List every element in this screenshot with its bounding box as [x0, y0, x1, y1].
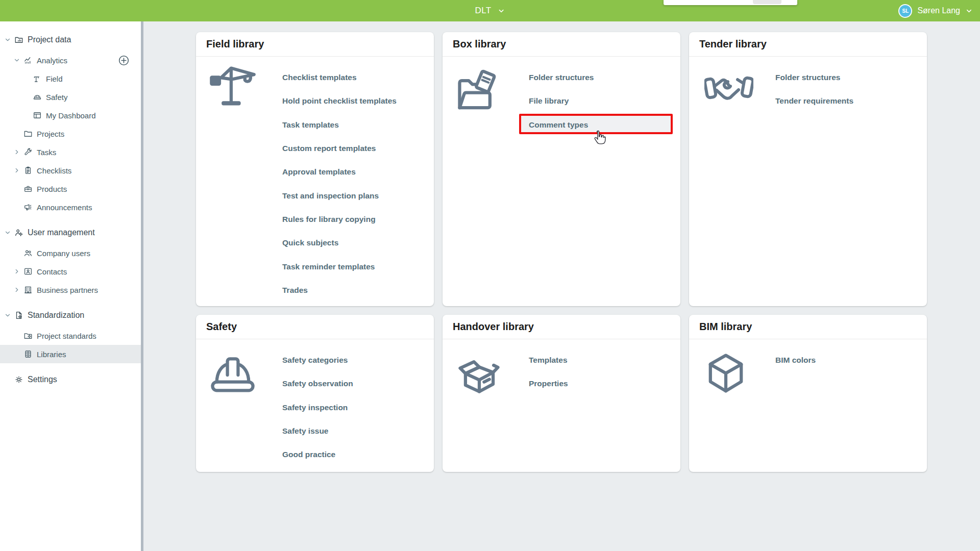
- crane-icon: [33, 74, 42, 83]
- user-menu[interactable]: SL Søren Lang: [898, 0, 973, 21]
- clipped-popup-button: [753, 0, 781, 4]
- handshake-icon: [700, 64, 757, 113]
- document-gear-icon: [14, 311, 23, 320]
- sidebar-item-label: My Dashboard: [46, 111, 96, 120]
- sidebar-item-products[interactable]: Products: [0, 180, 141, 198]
- sidebar-item-tasks[interactable]: Tasks: [0, 143, 141, 161]
- sidebar-item-checklists[interactable]: Checklists: [0, 161, 141, 180]
- link-templates[interactable]: Templates: [529, 348, 680, 372]
- card-title: Handover library: [443, 315, 680, 339]
- hardhat-icon: [33, 92, 42, 102]
- link-task-templates[interactable]: Task templates: [282, 113, 434, 137]
- link-test-and-inspection-plans[interactable]: Test and inspection plans: [282, 184, 434, 207]
- analytics-icon: [23, 56, 33, 65]
- link-safety-issue[interactable]: Safety issue: [282, 419, 434, 443]
- sidebar-item-settings[interactable]: Settings: [0, 368, 141, 391]
- sidebar-item-label: Checklists: [37, 166, 71, 175]
- user-name: Søren Lang: [917, 6, 960, 15]
- sidebar-item-projects[interactable]: Projects: [0, 124, 141, 143]
- sidebar-item-label: Project standards: [37, 332, 96, 340]
- sidebar-item-label: Company users: [37, 249, 90, 258]
- sidebar-item-label: Analytics: [37, 56, 67, 65]
- link-rules-for-library-copying[interactable]: Rules for library copying: [282, 208, 434, 231]
- chevron-right-icon: [13, 167, 23, 174]
- link-safety-inspection[interactable]: Safety inspection: [282, 396, 434, 419]
- card-title: Tender library: [689, 32, 927, 57]
- sidebar-item-safety[interactable]: Safety: [0, 88, 141, 106]
- link-folder-structures[interactable]: Folder structures: [529, 66, 680, 89]
- card-title: BIM library: [689, 315, 927, 339]
- add-analytics-button[interactable]: [117, 54, 130, 66]
- hardhat-icon: [207, 348, 258, 399]
- link-good-practice[interactable]: Good practice: [282, 443, 434, 466]
- link-file-library[interactable]: File library: [529, 89, 680, 113]
- chevron-down-icon: [497, 7, 505, 15]
- card-bim-library: BIM library BIM colors: [689, 315, 927, 472]
- dashboard-icon: [33, 111, 42, 120]
- link-tender-requirements[interactable]: Tender requirements: [775, 89, 927, 113]
- sidebar-item-company-users[interactable]: Company users: [0, 244, 141, 262]
- sidebar-item-label: Announcements: [37, 203, 92, 212]
- sidebar-item-project-standards[interactable]: Project standards: [0, 327, 141, 345]
- chevron-right-icon: [13, 268, 23, 275]
- sidebar-item-label: Project data: [28, 35, 71, 44]
- user-gear-icon: [14, 228, 23, 237]
- main-content: Field library Checklist templates Hold p…: [143, 21, 980, 551]
- link-trades[interactable]: Trades: [282, 279, 434, 302]
- link-approval-templates[interactable]: Approval templates: [282, 160, 434, 184]
- clipboard-icon: [23, 166, 33, 175]
- project-selector[interactable]: DLT: [475, 0, 505, 21]
- sidebar-item-label: Contacts: [37, 267, 67, 276]
- gear-icon: [14, 375, 23, 384]
- sidebar-item-project-data[interactable]: Project data: [0, 29, 141, 51]
- link-task-reminder-templates[interactable]: Task reminder templates: [282, 255, 434, 278]
- card-title: Box library: [443, 32, 680, 57]
- mouse-cursor-pointer: [592, 129, 607, 146]
- sidebar-item-announcements[interactable]: Announcements: [0, 198, 141, 216]
- contact-card-icon: [23, 267, 33, 276]
- folder-chart-icon: [14, 35, 23, 44]
- sidebar-item-label: Libraries: [37, 350, 66, 359]
- chevron-down-icon: [4, 312, 14, 319]
- sidebar-item-business-partners[interactable]: Business partners: [0, 281, 141, 299]
- card-safety: Safety Safety categories Safety observat…: [196, 315, 434, 472]
- top-bar: DLT SL Søren Lang: [0, 0, 980, 21]
- sidebar-item-analytics[interactable]: Analytics: [0, 51, 141, 69]
- toolbox-icon: [23, 184, 33, 193]
- chevron-down-icon: [13, 57, 23, 64]
- open-folder-icon: [454, 67, 505, 118]
- sidebar-item-label: User management: [28, 228, 95, 237]
- users-icon: [23, 248, 33, 258]
- avatar: SL: [898, 4, 912, 18]
- sidebar-item-field[interactable]: Field: [0, 69, 141, 88]
- link-quick-subjects[interactable]: Quick subjects: [282, 231, 434, 255]
- link-safety-categories[interactable]: Safety categories: [282, 348, 434, 372]
- cabinet-icon: [23, 349, 33, 359]
- sidebar-item-standardization[interactable]: Standardization: [0, 304, 141, 327]
- sidebar-item-label: Tasks: [37, 148, 56, 157]
- link-properties[interactable]: Properties: [529, 372, 680, 395]
- sidebar-item-libraries[interactable]: Libraries: [0, 345, 141, 363]
- sidebar-item-label: Products: [37, 185, 67, 193]
- wrench-icon: [23, 147, 33, 157]
- crane-icon: [207, 61, 258, 112]
- link-safety-observation[interactable]: Safety observation: [282, 372, 434, 395]
- sidebar-item-my-dashboard[interactable]: My Dashboard: [0, 106, 141, 124]
- sidebar-item-label: Settings: [28, 375, 57, 384]
- open-box-icon: [454, 347, 505, 398]
- link-folder-structures[interactable]: Folder structures: [775, 66, 927, 89]
- building-icon: [23, 285, 33, 294]
- folder-icon: [23, 129, 33, 138]
- link-checklist-templates[interactable]: Checklist templates: [282, 66, 434, 89]
- card-handover-library: Handover library Templates Properties: [443, 315, 680, 472]
- sidebar-item-contacts[interactable]: Contacts: [0, 262, 141, 281]
- chevron-down-icon: [4, 36, 14, 43]
- sidebar-item-label: Field: [46, 74, 63, 83]
- cube-icon: [700, 348, 751, 399]
- link-custom-report-templates[interactable]: Custom report templates: [282, 137, 434, 160]
- link-bim-colors[interactable]: BIM colors: [775, 348, 927, 372]
- sidebar-item-label: Standardization: [28, 311, 84, 320]
- megaphone-icon: [23, 203, 33, 212]
- sidebar-item-user-management[interactable]: User management: [0, 221, 141, 244]
- link-hold-point-checklist-templates[interactable]: Hold point checklist templates: [282, 89, 434, 113]
